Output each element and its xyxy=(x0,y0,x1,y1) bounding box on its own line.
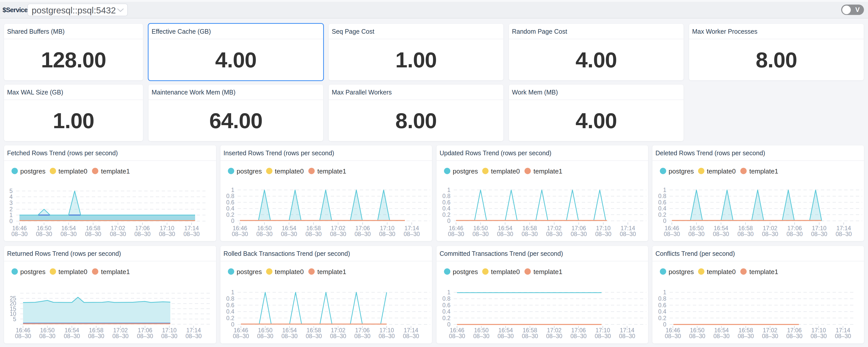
svg-text:0.8: 0.8 xyxy=(442,193,451,199)
svg-text:0.8: 0.8 xyxy=(658,193,666,199)
svg-text:08–30: 08–30 xyxy=(64,333,80,339)
svg-text:08–30: 08–30 xyxy=(762,231,778,237)
svg-text:08–30: 08–30 xyxy=(836,231,852,237)
svg-text:1: 1 xyxy=(663,187,666,193)
svg-text:08–30: 08–30 xyxy=(737,231,754,237)
svg-text:08–30: 08–30 xyxy=(689,333,705,339)
svg-text:4: 4 xyxy=(9,194,13,200)
svg-text:08–30: 08–30 xyxy=(161,333,177,339)
svg-text:08–30: 08–30 xyxy=(379,231,395,237)
svg-text:template0: template0 xyxy=(275,167,304,175)
svg-text:08–30: 08–30 xyxy=(738,333,754,339)
svg-text:template1: template1 xyxy=(101,268,130,276)
svg-text:08–30: 08–30 xyxy=(233,333,249,339)
svg-text:08–30: 08–30 xyxy=(137,333,153,339)
svg-text:08–30: 08–30 xyxy=(786,333,802,339)
svg-text:08–30: 08–30 xyxy=(619,333,635,339)
svg-text:08–30: 08–30 xyxy=(620,231,636,237)
svg-text:08–30: 08–30 xyxy=(134,231,151,237)
svg-text:postgres: postgres xyxy=(453,167,478,175)
svg-text:template0: template0 xyxy=(58,167,87,175)
svg-text:postgres: postgres xyxy=(237,167,262,175)
svg-text:0: 0 xyxy=(663,218,666,224)
svg-text:0.4: 0.4 xyxy=(658,308,666,315)
svg-text:0.6: 0.6 xyxy=(442,199,451,206)
svg-text:0.6: 0.6 xyxy=(658,302,666,309)
svg-text:08–30: 08–30 xyxy=(379,333,395,339)
svg-text:08–30: 08–30 xyxy=(354,333,370,339)
svg-text:08–30: 08–30 xyxy=(762,333,778,339)
svg-text:template0: template0 xyxy=(58,268,87,276)
svg-text:0.8: 0.8 xyxy=(226,193,234,199)
svg-text:08–30: 08–30 xyxy=(713,333,730,339)
svg-text:postgres: postgres xyxy=(237,268,262,276)
svg-text:0.8: 0.8 xyxy=(658,295,666,302)
svg-text:template1: template1 xyxy=(749,167,778,175)
svg-text:08–30: 08–30 xyxy=(498,333,514,339)
svg-text:template1: template1 xyxy=(533,268,562,276)
svg-text:08–30: 08–30 xyxy=(546,333,562,339)
svg-text:postgres: postgres xyxy=(20,268,45,276)
svg-text:08–30: 08–30 xyxy=(786,231,803,237)
svg-text:08–30: 08–30 xyxy=(232,231,248,237)
svg-text:08–30: 08–30 xyxy=(835,333,851,339)
svg-text:08–30: 08–30 xyxy=(112,333,129,339)
svg-text:0.6: 0.6 xyxy=(226,302,234,309)
svg-text:0.2: 0.2 xyxy=(226,211,234,218)
svg-text:08–30: 08–30 xyxy=(497,231,513,237)
svg-text:08–30: 08–30 xyxy=(448,231,464,237)
svg-text:template0: template0 xyxy=(491,268,520,276)
svg-text:08–30: 08–30 xyxy=(15,333,31,339)
svg-text:1: 1 xyxy=(9,212,13,218)
svg-text:08–30: 08–30 xyxy=(688,231,705,237)
svg-text:template0: template0 xyxy=(275,268,304,276)
svg-text:08–30: 08–30 xyxy=(85,231,101,237)
svg-text:08–30: 08–30 xyxy=(305,231,322,237)
svg-text:0.8: 0.8 xyxy=(442,295,451,302)
svg-text:08–30: 08–30 xyxy=(11,231,28,237)
svg-text:0.4: 0.4 xyxy=(226,205,234,212)
svg-text:0.2: 0.2 xyxy=(658,211,666,218)
svg-text:08–30: 08–30 xyxy=(595,333,611,339)
svg-text:08–30: 08–30 xyxy=(330,231,346,237)
svg-text:0.4: 0.4 xyxy=(442,205,451,212)
svg-text:08–30: 08–30 xyxy=(570,333,587,339)
svg-text:0.6: 0.6 xyxy=(226,199,234,206)
svg-text:postgres: postgres xyxy=(669,268,694,276)
svg-text:08–30: 08–30 xyxy=(281,333,298,339)
svg-text:08–30: 08–30 xyxy=(159,231,175,237)
svg-text:08–30: 08–30 xyxy=(183,231,200,237)
svg-text:0.2: 0.2 xyxy=(658,315,666,321)
svg-text:0.4: 0.4 xyxy=(442,308,451,315)
svg-text:0.2: 0.2 xyxy=(442,211,451,218)
svg-text:0: 0 xyxy=(447,218,451,224)
svg-text:template1: template1 xyxy=(533,167,562,175)
svg-text:08–30: 08–30 xyxy=(257,333,273,339)
svg-text:08–30: 08–30 xyxy=(665,333,681,339)
svg-text:08–30: 08–30 xyxy=(571,231,587,237)
svg-text:08–30: 08–30 xyxy=(522,333,538,339)
svg-text:08–30: 08–30 xyxy=(522,231,538,237)
svg-text:08–30: 08–30 xyxy=(403,333,419,339)
svg-text:template0: template0 xyxy=(491,167,520,175)
svg-text:0.2: 0.2 xyxy=(442,315,451,321)
svg-text:5: 5 xyxy=(13,316,16,322)
svg-text:08–30: 08–30 xyxy=(110,231,126,237)
svg-text:08–30: 08–30 xyxy=(281,231,297,237)
svg-text:08–30: 08–30 xyxy=(811,231,827,237)
svg-text:08–30: 08–30 xyxy=(472,231,489,237)
svg-text:0.4: 0.4 xyxy=(658,205,666,212)
svg-text:template1: template1 xyxy=(317,167,346,175)
svg-text:08–30: 08–30 xyxy=(664,231,680,237)
svg-text:08–30: 08–30 xyxy=(256,231,273,237)
svg-text:1: 1 xyxy=(231,289,234,296)
svg-text:08–30: 08–30 xyxy=(713,231,729,237)
svg-text:08–30: 08–30 xyxy=(60,231,77,237)
svg-text:0.2: 0.2 xyxy=(226,315,234,321)
svg-text:template1: template1 xyxy=(101,167,130,175)
svg-text:0.4: 0.4 xyxy=(226,308,234,315)
svg-text:1: 1 xyxy=(447,187,451,193)
svg-text:08–30: 08–30 xyxy=(39,333,55,339)
svg-text:0.6: 0.6 xyxy=(442,302,451,309)
svg-text:08–30: 08–30 xyxy=(449,333,465,339)
